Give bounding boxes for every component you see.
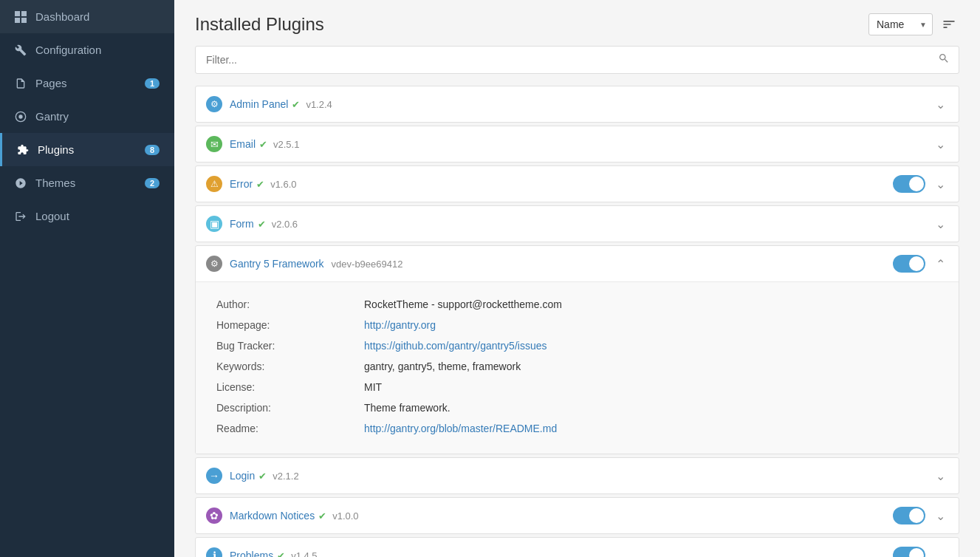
plugin-icon-error: ⚠ [206,176,222,192]
pages-badge: 1 [145,78,160,89]
detail-row-readme: Readme: http://gantry.org/blob/master/RE… [216,418,938,439]
detail-label-author: Author: [216,298,364,310]
plugin-row: ▣ Form ✔ v2.0.6 ⌄ [195,205,959,242]
plugin-details-gantry5: Author: RocketTheme - support@rocketthem… [196,281,959,454]
plugin-header-error[interactable]: ⚠ Error ✔ v1.6.0 ⌄ [196,166,959,202]
plugin-expand-button-gantry5[interactable]: ⌃ [933,256,948,273]
plugin-actions-gantry5: ⌃ [893,255,948,273]
sidebar-item-plugins[interactable]: Plugins 8 [0,133,174,166]
detail-row-bugtracker: Bug Tracker: https://github.com/gantry/g… [216,335,938,356]
plugin-name-email[interactable]: Email [230,138,256,150]
plugin-expand-button-email[interactable]: ⌄ [933,136,948,153]
plugin-toggle-gantry5[interactable] [893,255,925,273]
filter-input[interactable] [196,47,929,73]
plugin-toggle-problems[interactable] [893,547,925,557]
plugin-verified-markdown: ✔ [318,510,326,522]
plugin-name-gantry5[interactable]: Gantry 5 Framework [230,258,324,270]
page-title: Installed Plugins [195,14,324,35]
filter-bar [174,46,980,86]
plugin-header-login[interactable]: → Login ✔ v2.1.2 ⌄ [196,458,959,493]
plugin-expand-button-problems[interactable]: ⌄ [933,547,948,558]
sidebar-item-label: Themes [35,177,75,189]
plugin-name-problems[interactable]: Problems [230,550,273,557]
plug-icon [17,144,29,156]
plugin-expand-button-admin-panel[interactable]: ⌄ [933,96,948,113]
sort-select-wrapper: Name Version Status [868,13,933,35]
plugin-version-markdown: v1.0.0 [332,510,358,522]
plugin-version-error: v1.6.0 [270,179,296,190]
detail-label-readme: Readme: [216,423,364,434]
plugin-expand-button-login[interactable]: ⌄ [933,468,948,485]
plugin-icon-form: ▣ [206,216,222,232]
plugin-version-gantry5: vdev-b9ee69412 [332,259,403,270]
themes-badge: 2 [145,178,160,188]
plugin-version-login: v2.1.2 [273,471,298,482]
plugin-row: ⚠ Error ✔ v1.6.0 ⌄ [195,165,959,202]
plugin-toggle-error[interactable] [893,175,925,193]
plugin-icon-problems: ℹ [206,547,222,557]
plugin-header-problems[interactable]: ℹ Problems ✔ v1.4.5 ⌄ [196,538,959,557]
sort-select[interactable]: Name Version Status [868,13,933,35]
sidebar-item-label: Plugins [38,143,74,156]
sidebar-item-label: Pages [35,77,67,89]
plugin-verified-error: ✔ [256,179,264,190]
sort-order-button[interactable] [939,14,959,35]
plugin-version-form: v2.0.6 [272,219,298,230]
detail-label-homepage: Homepage: [216,319,364,331]
sidebar-item-label: Dashboard [35,10,89,23]
filter-input-wrapper [195,46,959,74]
detail-value-author: RocketTheme - support@rockettheme.com [364,298,562,310]
svg-rect-0 [15,11,20,16]
plugin-header-gantry5[interactable]: ⚙ Gantry 5 Framework vdev-b9ee69412 ⌃ [196,246,959,281]
plugins-list: ⚙ Admin Panel ✔ v1.2.4 ⌄ ✉ Email ✔ v2.5.… [174,86,980,557]
sidebar-item-themes[interactable]: Themes 2 [0,166,174,199]
detail-label-keywords: Keywords: [216,360,364,372]
plugin-header-admin-panel[interactable]: ⚙ Admin Panel ✔ v1.2.4 ⌄ [196,86,959,122]
plugin-verified-problems: ✔ [277,550,285,558]
plugin-verified-login: ✔ [258,471,267,482]
sidebar: Dashboard Configuration Pages 1 Gantry P… [0,0,174,557]
plugin-expand-button-form[interactable]: ⌄ [933,216,948,233]
sidebar-item-dashboard[interactable]: Dashboard [0,0,174,33]
plugin-verified-form: ✔ [258,219,266,230]
plugin-row: ✉ Email ✔ v2.5.1 ⌄ [195,126,959,163]
plugin-actions-admin-panel: ⌄ [933,96,948,113]
sidebar-item-label: Logout [35,210,69,222]
detail-link-bugtracker[interactable]: https://github.com/gantry/gantry5/issues [364,340,546,352]
detail-row-homepage: Homepage: http://gantry.org [216,315,938,335]
filter-search-button[interactable] [929,47,959,73]
detail-link-homepage[interactable]: http://gantry.org [364,319,436,331]
plugin-icon-admin-panel: ⚙ [206,96,222,112]
detail-label-license: License: [216,381,364,393]
plugin-verified-admin-panel: ✔ [292,99,300,110]
svg-rect-1 [21,11,27,16]
plugin-name-admin-panel[interactable]: Admin Panel [230,98,288,110]
gantry-icon [15,111,27,123]
sidebar-item-gantry[interactable]: Gantry [0,100,174,133]
plugin-expand-button-error[interactable]: ⌄ [933,176,948,193]
plugin-header-email[interactable]: ✉ Email ✔ v2.5.1 ⌄ [196,126,959,162]
plugin-actions-markdown: ⌄ [893,507,948,524]
plugin-expand-button-markdown[interactable]: ⌄ [933,508,948,524]
plugin-header-form[interactable]: ▣ Form ✔ v2.0.6 ⌄ [196,206,959,242]
plugin-version-admin-panel: v1.2.4 [306,99,332,110]
plugin-name-markdown[interactable]: Markdown Notices [230,510,315,522]
plugin-header-markdown[interactable]: ✿ Markdown Notices ✔ v1.0.0 ⌄ [196,498,959,533]
plugin-name-form[interactable]: Form [230,218,254,230]
plugin-actions-problems: ⌄ [893,547,948,557]
detail-link-readme[interactable]: http://gantry.org/blob/master/README.md [364,423,557,434]
plugin-icon-markdown: ✿ [206,508,222,524]
plugin-toggle-markdown[interactable] [893,507,925,524]
plugin-name-error[interactable]: Error [230,178,253,190]
plugin-row-gantry5: ⚙ Gantry 5 Framework vdev-b9ee69412 ⌃ Au… [195,245,959,454]
plugin-version-problems: v1.4.5 [291,550,317,558]
sidebar-item-pages[interactable]: Pages 1 [0,66,174,100]
wrench-icon [15,44,27,56]
plugin-icon-gantry5: ⚙ [206,256,222,272]
svg-rect-2 [15,18,20,23]
plugin-row: ⚙ Admin Panel ✔ v1.2.4 ⌄ [195,86,959,123]
sidebar-item-logout[interactable]: Logout [0,199,174,233]
plugins-badge: 8 [145,145,160,155]
plugin-name-login[interactable]: Login [230,470,255,482]
sidebar-item-configuration[interactable]: Configuration [0,33,174,66]
